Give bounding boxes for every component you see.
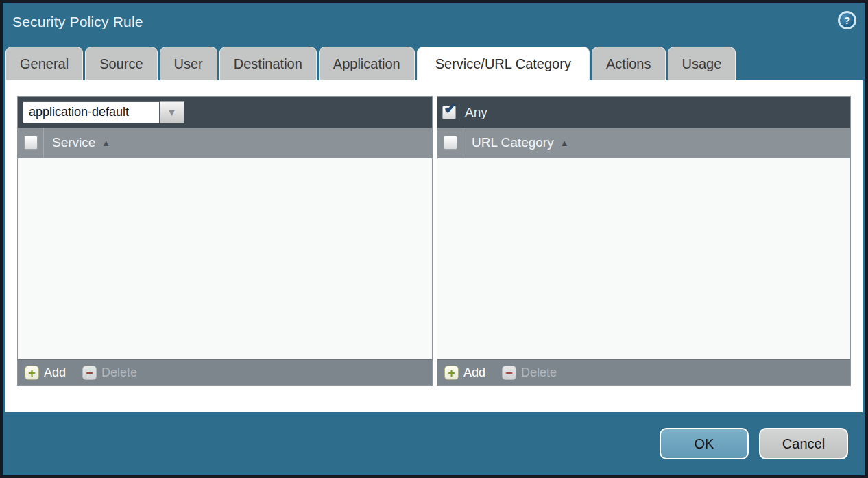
service-delete-button: − Delete (82, 366, 137, 380)
help-icon-glyph: ? (844, 14, 850, 26)
chevron-down-icon: ▼ (167, 108, 177, 117)
service-select-all-checkbox[interactable] (24, 136, 38, 150)
plus-icon: + (25, 366, 39, 380)
url-category-select-all-cell (437, 128, 463, 158)
url-category-list-body (437, 158, 850, 359)
tab-actions[interactable]: Actions (592, 47, 666, 80)
tab-usage[interactable]: Usage (668, 47, 736, 80)
url-category-add-button[interactable]: + Add (444, 366, 485, 380)
tab-content-area: ▼ Service ▲ + A (5, 80, 863, 412)
title-bar: Security Policy Rule ? (3, 3, 865, 44)
service-column-header[interactable]: Service ▲ (44, 128, 110, 158)
service-panel-toolbar: ▼ (18, 97, 432, 128)
tab-bar: General Source User Destination Applicat… (5, 47, 736, 80)
tab-service-url-category[interactable]: Service/URL Category (417, 47, 590, 80)
any-checkbox[interactable]: ✔ (442, 106, 456, 119)
url-category-column-header[interactable]: URL Category ▲ (463, 128, 569, 158)
service-add-button[interactable]: + Add (25, 366, 66, 380)
tab-general[interactable]: General (5, 47, 83, 80)
url-category-select-all-checkbox[interactable] (444, 136, 457, 150)
service-footer-toolbar: + Add − Delete (18, 359, 432, 385)
url-category-panel-toolbar: ✔ Any (437, 97, 850, 128)
sort-ascending-icon: ▲ (101, 138, 110, 148)
dialog-title: Security Policy Rule (12, 14, 143, 30)
url-category-panel: ✔ Any URL Category ▲ (437, 96, 851, 386)
tab-destination[interactable]: Destination (219, 47, 317, 80)
url-category-column-header-row: URL Category ▲ (437, 128, 850, 158)
tab-application[interactable]: Application (319, 47, 415, 80)
url-category-add-label: Add (463, 366, 485, 380)
service-column-header-label: Service (52, 135, 95, 150)
any-checkbox-row: ✔ Any (442, 105, 487, 120)
url-category-footer-toolbar: + Add − Delete (437, 359, 850, 385)
minus-icon: − (502, 366, 516, 380)
service-delete-label: Delete (101, 366, 137, 380)
any-checkbox-label: Any (465, 105, 487, 120)
service-list-body (18, 158, 432, 359)
service-type-dropdown-input[interactable] (23, 101, 160, 123)
checkmark-icon: ✔ (444, 101, 457, 117)
security-policy-rule-dialog: Security Policy Rule ? General Source Us… (3, 3, 865, 475)
minus-icon: − (82, 366, 97, 380)
cancel-button[interactable]: Cancel (759, 428, 848, 459)
plus-icon: + (444, 366, 459, 380)
dialog-action-buttons: OK Cancel (660, 428, 848, 459)
ok-button[interactable]: OK (660, 428, 749, 459)
service-panel: ▼ Service ▲ + A (17, 96, 433, 386)
service-type-dropdown: ▼ (23, 101, 184, 123)
service-add-label: Add (44, 366, 66, 380)
service-column-header-row: Service ▲ (18, 128, 432, 158)
url-category-delete-button: − Delete (502, 366, 557, 380)
url-category-column-header-label: URL Category (472, 135, 554, 150)
tab-source[interactable]: Source (85, 47, 157, 80)
screen: Security Policy Rule ? General Source Us… (0, 0, 868, 478)
help-icon[interactable]: ? (838, 11, 856, 29)
service-select-all-cell (18, 128, 44, 158)
url-category-delete-label: Delete (521, 366, 557, 380)
sort-ascending-icon: ▲ (560, 138, 569, 148)
tab-user[interactable]: User (160, 47, 217, 80)
service-type-dropdown-button[interactable]: ▼ (160, 101, 184, 123)
